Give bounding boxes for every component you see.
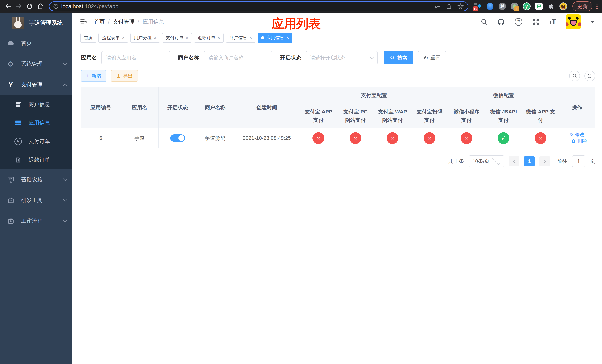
group-header-alipay: 支付宝配置 (300, 87, 448, 104)
col-header-status: 开启状态 (159, 87, 197, 128)
tag-user-group[interactable]: 用户分组× (130, 33, 160, 43)
cell-operations: ✎修改 删除 (559, 128, 595, 148)
password-key-icon[interactable] (434, 3, 441, 10)
profile-emoji-icon[interactable] (559, 2, 567, 10)
page-number-1[interactable]: 1 (524, 156, 535, 166)
tag-home[interactable]: 首页 (80, 33, 96, 43)
plus-icon: + (86, 73, 89, 79)
browser-back-button[interactable] (3, 1, 13, 11)
github-icon[interactable] (497, 18, 505, 26)
user-menu-caret-icon[interactable] (591, 21, 595, 23)
page-size-select[interactable]: 10条/页 (469, 155, 504, 167)
col-header-wx-app: 微信 APP 支付 (522, 104, 559, 128)
status-select-placeholder: 请选择开启状态 (310, 54, 368, 61)
sidebar-item-infrastructure[interactable]: 基础设施 (0, 169, 72, 190)
font-size-icon[interactable]: TT (549, 18, 556, 26)
cell-merchant: 芋道源码 (197, 128, 234, 148)
command-extension-icon[interactable]: ⌘ (498, 2, 506, 10)
goto-page-input[interactable] (572, 155, 585, 167)
browser-home-button[interactable] (35, 1, 45, 11)
search-icon (390, 55, 395, 60)
user-avatar[interactable] (566, 14, 581, 30)
status-fail-icon: × (461, 132, 473, 144)
sidebar-collapse-button[interactable] (78, 17, 88, 27)
balloon-extension-icon[interactable] (486, 2, 494, 10)
status-toggle[interactable] (170, 134, 185, 142)
edit-link[interactable]: ✎修改 (570, 131, 585, 138)
search-button[interactable]: 搜索 (384, 51, 413, 64)
close-icon[interactable]: × (122, 36, 125, 40)
reload-icon (26, 3, 33, 10)
sidebar-item-label: 基础设施 (21, 176, 57, 183)
refresh-icon: ↻ (424, 55, 428, 61)
col-header-wx-mini: 微信小程序支付 (448, 104, 485, 128)
sidebar-logo[interactable]: 芋道管理系统 (0, 13, 72, 33)
status-select[interactable]: 请选择开启状态 (306, 51, 378, 64)
close-icon[interactable]: × (186, 36, 188, 40)
col-header-created: 创建时间 (234, 87, 300, 128)
notes-extension-icon[interactable]: 1 (511, 2, 518, 10)
page-content: 应用名 商户名称 开启状态 请选择开启状态 搜索 ↻ 重置 (72, 44, 602, 364)
active-dot (261, 36, 264, 39)
sidebar-item-payment[interactable]: ¥ 支付管理 (0, 75, 72, 95)
merchant-name-input[interactable] (204, 51, 272, 64)
col-header-alipay-wap: 支付宝 WAP 网站支付 (374, 104, 411, 128)
sidebar-item-label: 商户信息 (29, 101, 67, 108)
toggle-search-button[interactable] (569, 71, 580, 81)
sidebar-item-label: 退款订单 (29, 156, 67, 164)
page-suffix: 页 (590, 158, 595, 165)
next-page-button[interactable] (539, 156, 550, 166)
sidebar-item-dev-tools[interactable]: 研发工具 (0, 190, 72, 211)
prev-page-button[interactable] (509, 156, 519, 166)
sidebar-item-workflow[interactable]: 工作流程 (0, 211, 72, 231)
bookmark-star-icon[interactable] (457, 3, 464, 10)
store-icon (14, 101, 22, 108)
reset-button[interactable]: ↻ 重置 (418, 51, 446, 64)
extensions-puzzle-icon[interactable] (547, 2, 555, 10)
fullscreen-icon[interactable] (532, 18, 539, 26)
refresh-table-button[interactable] (584, 71, 595, 81)
url-bar[interactable]: localhost:1024/pay/app (49, 1, 468, 11)
close-icon[interactable]: × (154, 36, 156, 40)
tag-merchant-info[interactable]: 商户信息× (226, 33, 256, 43)
share-icon[interactable] (446, 3, 452, 10)
sidebar-item-refund-orders[interactable]: 退款订单 (0, 151, 72, 169)
close-icon[interactable]: × (286, 36, 289, 40)
close-icon[interactable]: × (217, 36, 220, 40)
group-header-wechat: 微信配置 (448, 87, 559, 104)
breadcrumb-home[interactable]: 首页 (94, 18, 105, 26)
tampermonkey-extension-icon[interactable]: 10 (474, 2, 482, 10)
help-icon[interactable]: ? (515, 18, 522, 26)
browser-reload-button[interactable] (25, 1, 34, 11)
search-icon[interactable] (481, 18, 488, 25)
add-button[interactable]: + 新增 (81, 70, 107, 82)
sidebar-item-pay-orders[interactable]: ¥ 支付订单 (0, 132, 72, 151)
chat-extension-icon[interactable] (535, 2, 543, 10)
yuque-extension-icon[interactable]: y (523, 2, 531, 10)
tag-process-form[interactable]: 流程表单× (98, 33, 128, 43)
app-name-input[interactable] (101, 51, 170, 64)
breadcrumb-payment[interactable]: 支付管理 (113, 18, 134, 26)
tag-pay-orders[interactable]: 支付订单× (162, 33, 192, 43)
browser-forward-button[interactable] (14, 1, 24, 11)
export-button[interactable]: 导出 (111, 70, 138, 82)
app-table: 应用编号 应用名 开启状态 商户名称 创建时间 支付宝配置 微信配置 操作 支付… (81, 87, 595, 148)
tag-app-info-active[interactable]: 应用信息× (258, 33, 292, 43)
status-fail-icon: × (350, 132, 361, 144)
top-navbar: 首页 / 支付管理 / 应用信息 ? (72, 13, 602, 31)
status-fail-icon: × (312, 132, 324, 144)
sidebar-item-merchant-info[interactable]: 商户信息 (0, 95, 72, 114)
sidebar-item-system[interactable]: ⚙ 系统管理 (0, 54, 72, 75)
sidebar-item-app-info[interactable]: 应用信息 (0, 114, 72, 132)
extension-badge: 10 (473, 7, 478, 11)
sidebar-item-home[interactable]: 首页 (0, 33, 72, 54)
sidebar-item-label: 支付管理 (21, 81, 57, 88)
browser-menu-button[interactable] (596, 3, 598, 9)
chevron-down-icon (63, 218, 67, 223)
site-info-icon[interactable] (53, 3, 59, 9)
chrome-update-button[interactable]: 更新 (572, 1, 592, 11)
chevron-down-icon (63, 198, 67, 202)
delete-link[interactable]: 删除 (571, 138, 587, 144)
tag-refund-orders[interactable]: 退款订单× (194, 33, 224, 43)
close-icon[interactable]: × (249, 36, 252, 40)
